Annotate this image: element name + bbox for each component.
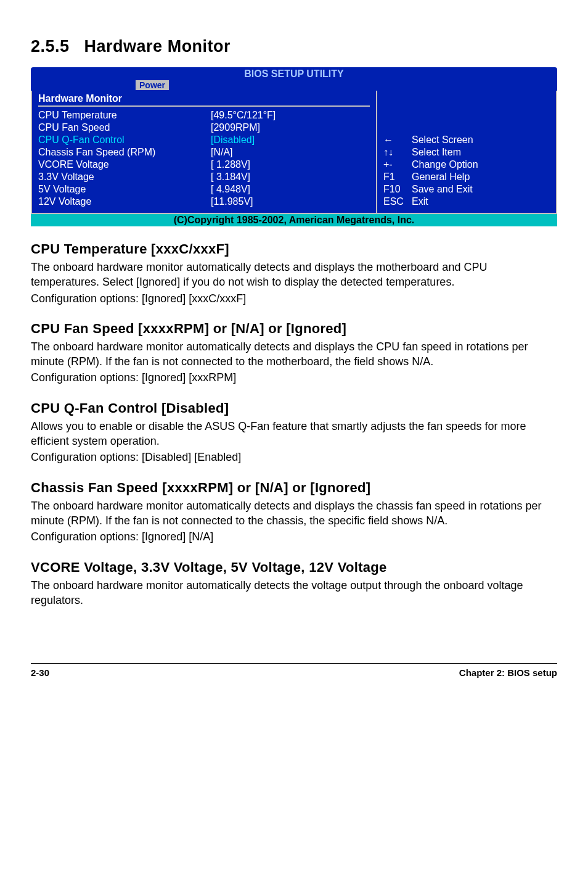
section-number: 2.5.5 bbox=[31, 37, 70, 56]
subsection-heading: CPU Fan Speed [xxxxRPM] or [N/A] or [Ign… bbox=[31, 321, 557, 337]
body-paragraph: Allows you to enable or disable the ASUS… bbox=[31, 419, 557, 449]
bios-tab-power[interactable]: Power bbox=[136, 80, 169, 90]
subsection-heading: Chassis Fan Speed [xxxxRPM] or [N/A] or … bbox=[31, 480, 557, 496]
bios-help-key: F1 bbox=[383, 171, 412, 183]
arrow-left-right-icon: ← bbox=[383, 134, 412, 146]
bios-setting-value: [N/A] bbox=[211, 146, 233, 159]
bios-setting-row[interactable]: CPU Q-Fan Control[Disabled] bbox=[38, 134, 370, 146]
bios-copyright: (C)Copyright 1985-2002, American Megatre… bbox=[31, 214, 557, 226]
subsection-heading: VCORE Voltage, 3.3V Voltage, 5V Voltage,… bbox=[31, 559, 557, 576]
body-paragraph: Configuration options: [Ignored] [xxxRPM… bbox=[31, 370, 557, 385]
subsection-heading: CPU Q-Fan Control [Disabled] bbox=[31, 400, 557, 416]
chapter-label: Chapter 2: BIOS setup bbox=[459, 667, 557, 678]
bios-setting-value: [ 3.184V] bbox=[211, 171, 250, 183]
bios-setting-row[interactable]: VCORE Voltage[ 1.288V] bbox=[38, 159, 370, 171]
body-paragraph: Configuration options: [Ignored] [xxxC/x… bbox=[31, 291, 557, 306]
bios-title: BIOS SETUP UTILITY bbox=[31, 67, 557, 80]
bios-setting-label: Chassis Fan Speed (RPM) bbox=[38, 146, 211, 159]
bios-help-text: General Help bbox=[412, 171, 470, 183]
subsection-heading: CPU Temperature [xxxC/xxxF] bbox=[31, 241, 557, 257]
bios-setting-value: [ 4.948V] bbox=[211, 183, 250, 196]
arrow-up-down-icon: ↑↓ bbox=[383, 146, 412, 159]
bios-help-text: Exit bbox=[412, 196, 428, 208]
bios-setting-value: [49.5°C/121°F] bbox=[211, 109, 276, 122]
bios-help-row: ←Select Screen bbox=[383, 134, 478, 146]
bios-setting-row[interactable]: 5V Voltage[ 4.948V] bbox=[38, 183, 370, 196]
bios-setting-row[interactable]: 12V Voltage[11.985V] bbox=[38, 196, 370, 208]
bios-setting-value: [Disabled] bbox=[211, 134, 255, 146]
bios-setting-label: CPU Fan Speed bbox=[38, 122, 211, 134]
body-paragraph: The onboard hardware monitor automatical… bbox=[31, 260, 557, 290]
bios-help-row: ↑↓Select Item bbox=[383, 146, 478, 159]
bios-help-row: ESCExit bbox=[383, 196, 478, 208]
bios-setting-value: [11.985V] bbox=[211, 196, 253, 208]
bios-help-row: F10Save and Exit bbox=[383, 183, 478, 196]
bios-help-key: ESC bbox=[383, 196, 412, 208]
body-paragraph: The onboard hardware monitor automatical… bbox=[31, 339, 557, 369]
bios-setting-label: CPU Q-Fan Control bbox=[38, 134, 211, 146]
bios-help-row: +-Change Option bbox=[383, 159, 478, 171]
bios-left-panel: Hardware Monitor CPU Temperature[49.5°C/… bbox=[32, 91, 377, 213]
bios-setting-row[interactable]: Chassis Fan Speed (RPM)[N/A] bbox=[38, 146, 370, 159]
bios-help-key: +- bbox=[383, 159, 412, 171]
bios-setting-label: VCORE Voltage bbox=[38, 159, 211, 171]
page-footer: 2-30 Chapter 2: BIOS setup bbox=[31, 663, 557, 678]
section-title: Hardware Monitor bbox=[84, 37, 231, 56]
bios-screenshot: BIOS SETUP UTILITY Power Hardware Monito… bbox=[31, 67, 557, 226]
bios-help-text: Select Screen bbox=[412, 134, 473, 146]
bios-help-panel: ←Select Screen↑↓Select Item+-Change Opti… bbox=[377, 91, 556, 213]
bios-setting-value: [2909RPM] bbox=[211, 122, 260, 134]
bios-setting-row[interactable]: CPU Fan Speed[2909RPM] bbox=[38, 122, 370, 134]
body-paragraph: Configuration options: [Ignored] [N/A] bbox=[31, 529, 557, 544]
bios-setting-label: 5V Voltage bbox=[38, 183, 211, 196]
bios-help-text: Change Option bbox=[412, 159, 478, 171]
body-paragraph: The onboard hardware monitor automatical… bbox=[31, 498, 557, 529]
bios-help-text: Select Item bbox=[412, 146, 461, 159]
body-paragraph: The onboard hardware monitor automatical… bbox=[31, 578, 557, 608]
section-heading: 2.5.5 Hardware Monitor bbox=[31, 37, 557, 56]
bios-setting-row[interactable]: CPU Temperature[49.5°C/121°F] bbox=[38, 109, 370, 122]
bios-help-row: F1General Help bbox=[383, 171, 478, 183]
page-number: 2-30 bbox=[31, 667, 49, 678]
bios-setting-label: CPU Temperature bbox=[38, 109, 211, 122]
bios-tab-bar: Power bbox=[31, 80, 557, 91]
bios-help-text: Save and Exit bbox=[412, 183, 473, 196]
bios-panel-title: Hardware Monitor bbox=[38, 93, 370, 107]
body-paragraph: Configuration options: [Disabled] [Enabl… bbox=[31, 450, 557, 464]
bios-setting-label: 3.3V Voltage bbox=[38, 171, 211, 183]
bios-help-key: F10 bbox=[383, 183, 412, 196]
bios-setting-value: [ 1.288V] bbox=[211, 159, 250, 171]
bios-setting-row[interactable]: 3.3V Voltage[ 3.184V] bbox=[38, 171, 370, 183]
bios-setting-label: 12V Voltage bbox=[38, 196, 211, 208]
